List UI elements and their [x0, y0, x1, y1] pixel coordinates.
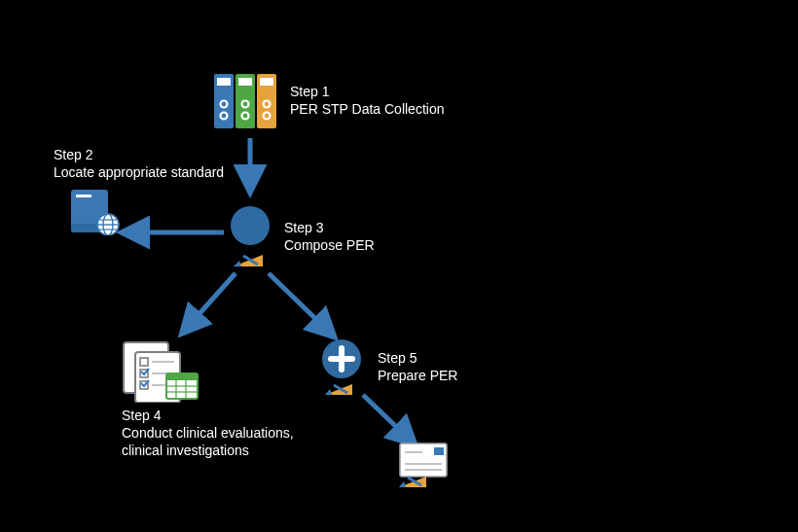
svg-point-26	[231, 206, 270, 245]
step4-title: Step 4	[122, 407, 294, 424]
node-step3: Step 3 Compose PER	[226, 204, 375, 268]
step5-desc: Prepare PER	[378, 367, 457, 384]
pencil-icon	[325, 372, 352, 395]
svg-line-4	[363, 395, 410, 440]
svg-rect-51	[434, 447, 444, 455]
node-step1: Step 1 PER STP Data Collection	[212, 70, 444, 130]
arrow-step3-step2	[122, 216, 229, 249]
svg-marker-28	[234, 261, 241, 266]
step4-desc2: clinical investigations	[122, 442, 294, 459]
step2-label: Step 2 Locate appropriate standard	[54, 146, 224, 181]
pencil-icon	[234, 241, 263, 266]
node-letter	[399, 443, 452, 487]
step1-desc: PER STP Data Collection	[290, 100, 444, 118]
step2-desc: Locate appropriate standard	[54, 163, 224, 181]
step4-label: Step 4 Conduct clinical evaluations, cli…	[122, 407, 294, 460]
svg-rect-16	[260, 78, 273, 86]
svg-marker-56	[399, 481, 406, 487]
svg-rect-19	[76, 195, 91, 197]
svg-rect-15	[238, 78, 252, 86]
step3-label: Step 3 Compose PER	[284, 219, 375, 254]
pencil-icon	[399, 464, 426, 487]
node-step4: Step 4 Conduct clinical evaluations, cli…	[122, 340, 294, 460]
svg-rect-14	[217, 78, 231, 86]
svg-line-3	[269, 273, 329, 332]
arrow-step3-step4	[175, 267, 253, 345]
step3-desc: Compose PER	[284, 236, 375, 254]
svg-rect-32	[140, 358, 148, 366]
step3-title: Step 3	[284, 219, 375, 236]
binders-icon	[212, 70, 280, 130]
step5-title: Step 5	[378, 349, 457, 367]
svg-rect-39	[166, 373, 198, 380]
step1-title: Step 1	[290, 83, 444, 100]
step4-desc1: Conduct clinical evaluations,	[122, 424, 294, 442]
svg-line-2	[187, 273, 236, 328]
svg-marker-48	[325, 389, 332, 395]
checklist-icon	[122, 340, 200, 403]
per-workflow-diagram: Step 1 PER STP Data Collection Step 2 Lo…	[0, 0, 798, 532]
step2-title: Step 2	[54, 146, 224, 163]
arrow-step1-step3	[234, 136, 267, 195]
step5-label: Step 5 Prepare PER	[378, 349, 457, 384]
step1-label: Step 1 PER STP Data Collection	[290, 83, 444, 118]
book-globe-icon	[68, 187, 121, 235]
node-step5: Step 5 Prepare PER	[321, 338, 457, 395]
